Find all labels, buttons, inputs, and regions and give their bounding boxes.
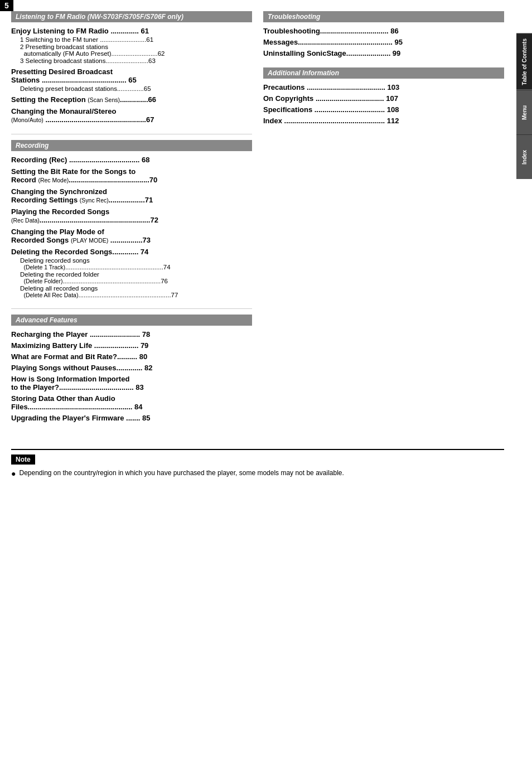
divider-2	[11, 308, 252, 309]
entry-sub-del3: Deleting all recorded songs (Delete All …	[11, 285, 252, 298]
troubleshooting-section: Troubleshooting Troubleshooting.........…	[263, 11, 504, 57]
bullet-icon: ●	[11, 468, 16, 480]
entry-bit-rate: Setting the Bit Rate for the Songs toRec…	[11, 167, 252, 184]
entry-sub-del1: Deleting recorded songs (Delete 1 Track)…	[11, 257, 252, 270]
note-text: ● Depending on the country/region in whi…	[11, 468, 504, 480]
entry-sub-fm1: 1 Switching to the FM tuner ............…	[11, 36, 252, 43]
sidebar-tab-index-label: Index	[521, 149, 528, 164]
entry-play-mode: Changing the Play Mode ofRecorded Songs …	[11, 228, 252, 244]
entry-deleting-recorded: Deleting the Recorded Songs.............…	[11, 248, 252, 256]
entry-song-info: How is Song Information Importedto the P…	[11, 375, 252, 391]
right-column: Troubleshooting Troubleshooting.........…	[263, 11, 504, 432]
entry-index: Index ..................................…	[263, 117, 504, 125]
advanced-section: Advanced Features Recharging the Player …	[11, 315, 252, 422]
recording-header: Recording	[11, 140, 252, 151]
note-section: Note ● Depending on the country/region i…	[11, 449, 504, 480]
entry-firmware: Upgrading the Player's Firmware ....... …	[11, 414, 252, 422]
divider-1	[11, 134, 252, 134]
entry-enjoy-fm-label: Enjoy Listening to FM Radio ............…	[11, 27, 149, 35]
entry-messages: Messages................................…	[263, 38, 504, 46]
entry-presetting: Presetting Desired BroadcastStations ...…	[11, 67, 252, 84]
entry-format-bitrate: What are Format and Bit Rate?.......... …	[11, 352, 252, 361]
page-number: 5	[0, 0, 13, 11]
sidebar-tab-index[interactable]: Index	[516, 134, 532, 179]
entry-synchronized: Changing the SynchronizedRecording Setti…	[11, 187, 252, 204]
note-header: Note	[11, 454, 35, 465]
entry-monaural: Changing the Monaural/Stereo(Mono/Auto) …	[11, 107, 252, 124]
entry-sub-fm3: 3 Selecting broadcast stations..........…	[11, 57, 252, 64]
sidebar-tab-menu-label: Menu	[521, 105, 528, 119]
fm-radio-section: Listening to FM Radio (NW-S703F/S705F/S7…	[11, 11, 252, 124]
entry-recharging: Recharging the Player ..................…	[11, 330, 252, 339]
entry-storing-data: Storing Data Other than AudioFiles......…	[11, 394, 252, 411]
fm-radio-header: Listening to FM Radio (NW-S703F/S705F/S7…	[11, 11, 252, 22]
right-sidebar: Table of Contents Menu Index	[516, 33, 532, 179]
note-body: Depending on the country/region in which…	[19, 468, 344, 478]
entry-playing-recorded: Playing the Recorded Songs(Rec Data)....…	[11, 207, 252, 224]
additional-section: Additional Information Precautions .....…	[263, 67, 504, 125]
entry-copyrights: On Copyrights ..........................…	[263, 94, 504, 103]
entry-troubleshooting: Troubleshooting.........................…	[263, 27, 504, 35]
recording-section: Recording Recording (Rec) ..............…	[11, 140, 252, 298]
entry-precautions: Precautions ............................…	[263, 83, 504, 91]
entry-no-pauses: Playing Songs without Pauses............…	[11, 364, 252, 372]
note-bullet-1: ● Depending on the country/region in whi…	[11, 468, 504, 480]
entry-sub-del2: Deleting the recorded folder (Delete Fol…	[11, 271, 252, 284]
entry-sub-preset1: Deleting preset broadcast stations......…	[11, 85, 252, 92]
sidebar-tab-menu[interactable]: Menu	[516, 90, 532, 134]
advanced-header: Advanced Features	[11, 315, 252, 326]
entry-sub-fm2: 2 Presetting broadcast stations automati…	[11, 43, 252, 57]
additional-header: Additional Information	[263, 67, 504, 79]
sidebar-tab-toc-label: Table of Contents	[521, 38, 528, 85]
main-content: Listening to FM Radio (NW-S703F/S705F/S7…	[0, 0, 515, 491]
two-col-layout: Listening to FM Radio (NW-S703F/S705F/S7…	[11, 11, 504, 432]
left-column: Listening to FM Radio (NW-S703F/S705F/S7…	[11, 11, 252, 432]
entry-enjoy-fm: Enjoy Listening to FM Radio ............…	[11, 27, 252, 35]
entry-reception: Setting the Reception (Scan Sens).......…	[11, 95, 252, 104]
entry-recording-rec: Recording (Rec) ........................…	[11, 156, 252, 164]
troubleshooting-header: Troubleshooting	[263, 11, 504, 22]
sidebar-tab-toc[interactable]: Table of Contents	[516, 33, 532, 90]
entry-uninstalling: Uninstalling SonicStage.................…	[263, 49, 504, 57]
entry-battery: Maximizing Battery Life ................…	[11, 341, 252, 350]
entry-specifications: Specifications .........................…	[263, 105, 504, 114]
